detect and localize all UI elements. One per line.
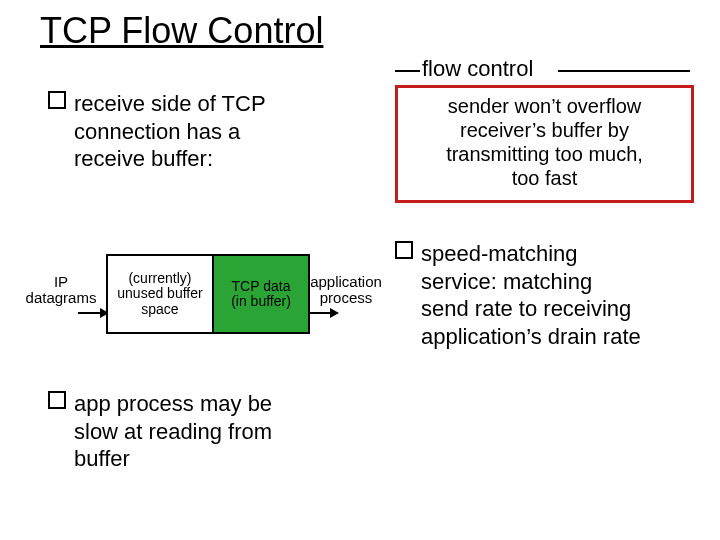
buffer-box: (currently) unused buffer space TCP data… [106,254,310,334]
arrow-out-line [308,312,332,314]
unused-line1: (currently) [128,270,191,286]
left-bullet-1-line3: receive buffer: [74,146,213,171]
buffer-unused: (currently) unused buffer space [108,256,212,332]
right-bullet-line2b: matching [497,269,592,294]
bullet-square-icon [395,241,413,259]
unused-line2: unused buffer [117,285,202,301]
flow-control-box-line2: receiver’s buffer by [402,118,687,142]
ip-line2: datagrams [26,289,97,306]
left-bullet-1-line1: receive side of TCP [74,91,266,116]
flow-control-box: sender won’t overflow receiver’s buffer … [395,85,694,203]
arrow-out-head-icon [330,308,339,318]
application-process-label: application process [306,274,386,306]
left-bullet-1: receive side of TCP connection has a rec… [48,90,368,173]
ip-line1: IP [54,273,68,290]
right-bullet-line1: speed-matching [421,241,578,266]
arrow-in-line [78,312,102,314]
flow-control-box-line3: transmitting too much, [402,142,687,166]
left-bullet-1-line2: connection has a [74,119,240,144]
unused-line3: space [141,301,178,317]
tcp-line1: TCP data [232,278,291,294]
bullet-square-icon [48,91,66,109]
right-bullet: speed-matching service: matching send ra… [395,240,695,350]
ip-datagrams-label: IP datagrams [20,274,102,306]
flow-control-label: flow control [420,56,535,82]
flow-control-rule-left [395,70,420,72]
buffer-tcp-data: TCP data (in buffer) [212,256,308,332]
flow-control-box-line1: sender won’t overflow [402,94,687,118]
app-line1: application [310,273,382,290]
right-bullet-line4: application’s drain rate [421,324,641,349]
buffer-diagram: IP datagrams (currently) unused buffer s… [20,240,380,350]
flow-control-box-line4: too fast [402,166,687,190]
left-bullet-2-line3: buffer [74,446,130,471]
right-bullet-service: service: [421,269,497,294]
flow-control-rule-right [558,70,690,72]
tcp-line2: (in buffer) [231,293,291,309]
left-bullet-2-line1: app process may be [74,391,272,416]
bullet-square-icon [48,391,66,409]
slide-title: TCP Flow Control [40,10,323,52]
right-bullet-line3: send rate to receiving [421,296,631,321]
left-bullet-2: app process may be slow at reading from … [48,390,368,473]
left-bullet-2-line2: slow at reading from [74,419,272,444]
app-line2: process [320,289,373,306]
